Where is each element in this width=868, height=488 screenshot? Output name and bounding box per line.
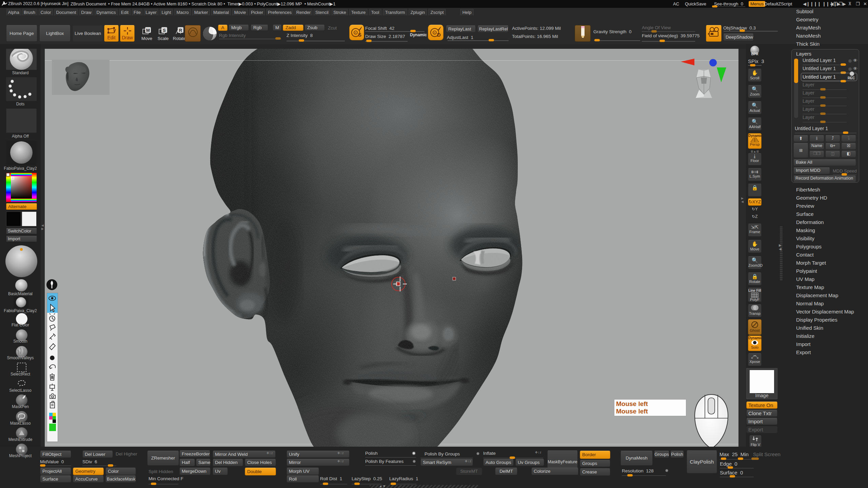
svg-text:+: +	[434, 31, 435, 35]
svg-text:M: M	[146, 28, 150, 33]
svg-text:BPR: BPR	[751, 52, 758, 56]
svg-text:+: +	[355, 31, 356, 35]
svg-text:R: R	[179, 28, 182, 33]
svg-text:S: S	[358, 32, 361, 38]
svg-text:S: S	[163, 28, 166, 33]
svg-text:D: D	[437, 32, 441, 38]
